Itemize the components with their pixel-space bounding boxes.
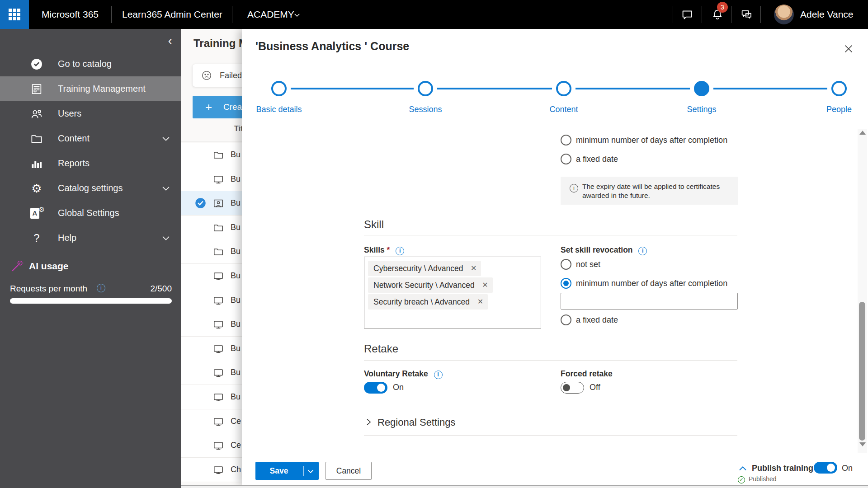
step-circle-settings[interactable] — [694, 81, 709, 96]
training-title: Bu — [231, 264, 241, 288]
split-button-divider — [303, 466, 304, 476]
tenant-dropdown[interactable]: ACADEMY — [247, 0, 294, 29]
stepper-connector — [713, 88, 827, 89]
info-icon[interactable]: i — [638, 247, 647, 255]
sidebar-item-go-to-catalog[interactable]: Go to catalog — [0, 52, 181, 76]
step-circle-content[interactable] — [556, 81, 571, 96]
forced-retake-toggle[interactable] — [561, 382, 584, 394]
radio-icon[interactable] — [561, 314, 571, 325]
step-label-settings[interactable]: Settings — [656, 105, 747, 114]
skill-tag-label: Network Security \ Advanced — [373, 277, 475, 293]
chevron-down-icon — [161, 134, 171, 144]
save-label: Save — [255, 462, 302, 480]
monitor-icon — [212, 270, 224, 282]
sidebar-item-content[interactable]: Content — [0, 126, 181, 151]
published-status: Published — [749, 475, 777, 483]
monitor-icon — [212, 464, 224, 476]
radio-icon[interactable] — [561, 135, 571, 145]
monitor-icon — [212, 391, 224, 403]
sad-face-icon — [201, 70, 212, 81]
top-app-bar: Microsoft 365 Learn365 Admin Center ACAD… — [0, 0, 868, 29]
remove-skill-icon[interactable]: ✕ — [471, 261, 476, 276]
step-label-sessions[interactable]: Sessions — [380, 105, 471, 114]
selected-check-icon[interactable] — [194, 197, 207, 209]
info-icon[interactable]: i — [434, 371, 443, 379]
training-title: Bu — [231, 288, 241, 312]
sidebar-item-catalog-settings[interactable]: ⚙Catalog settings — [0, 176, 181, 201]
training-title: Ch — [231, 458, 241, 482]
skills-tag-box[interactable]: Cybersecurity \ Advanced✕Network Securit… — [364, 257, 541, 328]
sidebar-item-label: Training Management — [58, 76, 146, 101]
training-title: Bu — [231, 312, 241, 336]
training-title: Ce — [231, 433, 241, 457]
remove-skill-icon[interactable]: ✕ — [477, 294, 483, 310]
chat-button[interactable] — [677, 5, 698, 24]
feedback-button[interactable] — [736, 5, 757, 24]
section-divider — [364, 235, 737, 235]
person-icon — [212, 197, 224, 209]
close-button[interactable] — [840, 41, 857, 57]
radio-label: minimum number of days after completion — [576, 133, 727, 147]
forced-retake-label: Forced retake — [561, 368, 613, 379]
chart-icon — [30, 157, 43, 170]
monitor-icon — [212, 343, 224, 355]
info-icon[interactable]: i — [396, 247, 404, 255]
step-label-content[interactable]: Content — [519, 105, 609, 114]
sidebar-item-label: Reports — [58, 151, 90, 176]
folder-icon — [212, 246, 224, 258]
sidebar-item-label: Users — [58, 101, 81, 126]
requests-progress-bar — [10, 298, 172, 304]
avatar[interactable] — [774, 5, 794, 24]
radio-icon[interactable] — [561, 154, 571, 164]
chevron-down-icon[interactable] — [307, 467, 315, 475]
tenant-label: ACADEMY — [247, 9, 294, 19]
publish-training-toggle[interactable] — [814, 462, 837, 474]
step-circle-people[interactable] — [831, 81, 847, 96]
step-circle-sessions[interactable] — [418, 81, 433, 96]
step-label-people[interactable]: People — [794, 105, 868, 114]
stepper-connector — [291, 88, 414, 89]
folder-icon — [212, 149, 224, 161]
notifications-button[interactable]: 3 — [707, 5, 728, 24]
save-button[interactable]: Save — [255, 462, 319, 480]
gear-icon: ⚙ — [30, 182, 43, 195]
voluntary-retake-state: On — [393, 383, 404, 392]
appgear-icon: A⚙ — [30, 206, 43, 220]
chevron-down-icon — [161, 183, 171, 193]
monitor-icon — [212, 174, 224, 185]
training-title: Bu — [231, 191, 241, 215]
user-name[interactable]: Adele Vance — [800, 0, 854, 29]
topbar-divider — [673, 6, 673, 23]
sidebar-item-ai-usage[interactable]: AI usage — [0, 255, 181, 277]
sidebar-nav: ‹ Go to catalogTraining ManagementUsersC… — [0, 29, 181, 488]
info-icon[interactable]: i — [97, 283, 105, 292]
voluntary-retake-toggle[interactable] — [364, 382, 387, 394]
remove-skill-icon[interactable]: ✕ — [482, 277, 488, 293]
brand-title[interactable]: Microsoft 365 — [42, 0, 99, 29]
publish-state: On — [842, 462, 853, 474]
stepper-connector — [437, 88, 552, 89]
chevron-up-icon[interactable] — [738, 464, 748, 474]
scrollbar-thumb[interactable] — [859, 302, 865, 441]
sidebar-collapse-button[interactable]: ‹ — [162, 33, 178, 49]
sidebar-item-global-settings[interactable]: A⚙Global Settings — [0, 201, 181, 225]
scrollbar-up-arrow[interactable] — [859, 131, 866, 135]
sidebar-item-reports[interactable]: Reports — [0, 151, 181, 176]
revocation-days-input[interactable] — [561, 293, 738, 310]
sidebar-item-training-management[interactable]: Training Management — [0, 76, 181, 101]
stepper-connector — [576, 88, 690, 89]
app-launcher-button[interactable] — [0, 0, 29, 29]
skill-tag: Network Security \ Advanced✕ — [368, 277, 493, 293]
voluntary-retake-label: Voluntary Retake i — [364, 368, 443, 379]
sidebar-item-help[interactable]: ?Help — [0, 225, 181, 250]
cancel-button[interactable]: Cancel — [326, 462, 372, 480]
step-circle-basic-details[interactable] — [271, 81, 287, 96]
chevron-down-icon — [161, 233, 171, 243]
step-label-basic-details[interactable]: Basic details — [234, 105, 324, 114]
radio-icon[interactable] — [561, 259, 571, 270]
sidebar-item-users[interactable]: Users — [0, 101, 181, 126]
plus-icon: + — [205, 100, 212, 114]
app-title[interactable]: Learn365 Admin Center — [122, 0, 222, 29]
scrollbar-down-arrow[interactable] — [859, 442, 866, 446]
radio-icon[interactable] — [561, 278, 571, 289]
